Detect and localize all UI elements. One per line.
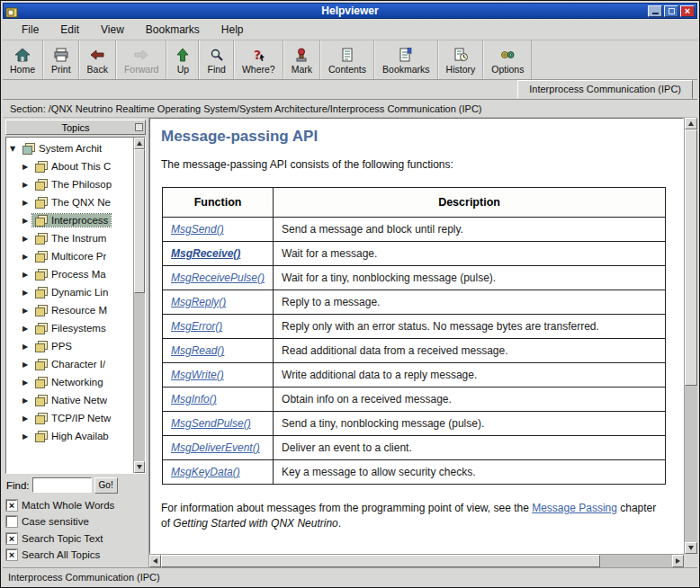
tab-interprocess-communication[interactable]: Interprocess Communication (IPC)	[517, 80, 693, 99]
tree-item[interactable]: ▶ Dynamic Lin	[8, 283, 132, 301]
function-link[interactable]: MsgError()	[171, 320, 222, 333]
tree-item[interactable]: ▶ Process Ma	[8, 265, 132, 283]
mark-button[interactable]: Mark	[283, 40, 320, 79]
where-button[interactable]: ? Where?	[234, 40, 283, 79]
chevron-right-icon[interactable]: ▶	[21, 432, 30, 441]
tree-item[interactable]: ▶ TCP/IP Netw	[8, 409, 132, 427]
window-title: Helpviewer	[4, 4, 696, 18]
checkbox-box[interactable]	[6, 549, 17, 560]
forward-button[interactable]: Forward	[116, 40, 167, 79]
chevron-right-icon[interactable]: ▶	[21, 253, 30, 261]
topics-panel-header[interactable]: Topics	[5, 120, 146, 135]
chevron-right-icon[interactable]: ▶	[21, 343, 30, 351]
minimize-button[interactable]	[648, 5, 662, 17]
close-button[interactable]: ×	[680, 5, 695, 17]
up-button[interactable]: Up	[166, 40, 199, 79]
tree-item[interactable]: ▶ Character I/	[8, 355, 132, 373]
scroll-track[interactable]	[134, 149, 145, 461]
book-stack-icon	[35, 431, 48, 441]
scroll-left-button[interactable]	[149, 555, 161, 567]
bookmarks-button[interactable]: Bookmarks	[374, 40, 438, 79]
checkbox-search-all-topics[interactable]: Search All Topics	[6, 547, 145, 563]
scroll-down-button[interactable]	[134, 461, 145, 473]
tree-item[interactable]: ▶ Native Netw	[8, 391, 132, 409]
tree-item[interactable]: ▶ The QNX Ne	[8, 193, 132, 211]
checkbox-search-topic-text[interactable]: Search Topic Text	[6, 530, 145, 547]
checkbox-match-whole-words[interactable]: Match Whole Words	[6, 497, 145, 513]
menu-edit[interactable]: Edit	[50, 21, 89, 39]
chevron-right-icon[interactable]: ▶	[21, 235, 30, 243]
chevron-right-icon[interactable]: ▶	[21, 289, 30, 297]
chevron-right-icon[interactable]: ▶	[21, 307, 30, 315]
menu-file[interactable]: File	[12, 21, 49, 39]
home-button[interactable]: Home	[3, 40, 43, 79]
content-vertical-scrollbar[interactable]	[684, 118, 697, 554]
function-link[interactable]: MsgReceivePulse()	[171, 272, 265, 284]
checkbox-label: Search All Topics	[22, 549, 100, 560]
content-horizontal-scrollbar[interactable]	[149, 554, 684, 567]
tree-item-system-architecture[interactable]: ▼ System Archit	[8, 139, 132, 157]
chevron-right-icon[interactable]: ▶	[21, 396, 30, 405]
chevron-right-icon[interactable]: ▶	[21, 414, 30, 423]
tree-item[interactable]: ▶ Networking	[8, 373, 132, 391]
tree-item[interactable]: ▶ Resource M	[8, 301, 132, 319]
maximize-button[interactable]	[664, 5, 678, 17]
message-passing-link[interactable]: Message Passing	[532, 502, 617, 514]
history-button[interactable]: History	[438, 40, 484, 79]
tree-item[interactable]: ▶ About This C	[8, 157, 132, 175]
menu-view[interactable]: View	[91, 21, 134, 39]
scroll-up-button[interactable]	[685, 118, 697, 129]
checkbox-box[interactable]	[6, 516, 17, 527]
function-link[interactable]: MsgWrite()	[171, 369, 224, 381]
find-button[interactable]: Find	[199, 40, 233, 79]
chevron-right-icon[interactable]: ▶	[21, 163, 30, 171]
scroll-down-button[interactable]	[685, 542, 697, 554]
back-button[interactable]: Back	[79, 40, 116, 79]
function-link[interactable]: MsgSendPulse()	[171, 417, 251, 430]
title-bar[interactable]: Helpviewer ×	[3, 3, 697, 19]
tree-item-interprocess-selected[interactable]: ▶ Interprocess	[8, 211, 132, 229]
function-link[interactable]: MsgInfo()	[171, 393, 217, 405]
menu-help[interactable]: Help	[211, 21, 254, 39]
scroll-up-button[interactable]	[134, 138, 145, 149]
function-link[interactable]: MsgReceive()	[171, 247, 240, 260]
panel-detach-button[interactable]	[135, 123, 143, 131]
function-link[interactable]: MsgKeyData()	[171, 466, 240, 478]
chevron-right-icon[interactable]: ▶	[21, 271, 30, 279]
chevron-right-icon[interactable]: ▶	[21, 217, 30, 225]
options-button[interactable]: Options	[483, 40, 532, 79]
tree-item[interactable]: ▶ Multicore Pr	[8, 247, 132, 265]
function-link[interactable]: MsgReply()	[171, 296, 226, 308]
print-button[interactable]: Print	[43, 40, 79, 79]
chevron-right-icon[interactable]: ▶	[21, 361, 30, 369]
chevron-down-icon[interactable]: ▼	[8, 145, 17, 153]
scroll-thumb[interactable]	[685, 129, 697, 386]
scroll-track[interactable]	[685, 129, 697, 542]
book-stack-icon	[35, 413, 48, 423]
tree-item[interactable]: ▶ Filesystems	[8, 319, 132, 337]
tree-item[interactable]: ▶ The Philosop	[8, 175, 132, 193]
menu-bookmarks[interactable]: Bookmarks	[136, 21, 210, 39]
chevron-right-icon[interactable]: ▶	[21, 181, 30, 189]
contents-button[interactable]: Contents	[320, 40, 374, 79]
checkbox-case-sensitive[interactable]: Case sensitive	[6, 513, 145, 530]
function-link[interactable]: MsgDeliverEvent()	[171, 441, 260, 454]
scroll-right-button[interactable]	[672, 555, 684, 567]
tree-scrollbar[interactable]	[133, 138, 145, 473]
checkbox-box[interactable]	[6, 500, 17, 511]
scroll-track[interactable]	[161, 555, 672, 567]
function-link[interactable]: MsgSend()	[171, 223, 224, 236]
chevron-right-icon[interactable]: ▶	[21, 199, 30, 207]
tree-item[interactable]: ▶ PPS	[8, 337, 132, 355]
checkbox-box[interactable]	[6, 533, 17, 544]
toolbar-label: Forward	[124, 64, 159, 75]
find-go-button[interactable]: Go!	[94, 477, 118, 494]
chevron-right-icon[interactable]: ▶	[21, 325, 30, 333]
find-input[interactable]	[32, 477, 92, 493]
function-link[interactable]: MsgRead()	[171, 344, 224, 357]
tree-item[interactable]: ▶ The Instrum	[8, 229, 132, 247]
chevron-right-icon[interactable]: ▶	[21, 379, 30, 387]
scroll-thumb[interactable]	[134, 149, 145, 293]
tree-item[interactable]: ▶ High Availab	[8, 427, 132, 445]
scroll-thumb[interactable]	[161, 555, 600, 567]
